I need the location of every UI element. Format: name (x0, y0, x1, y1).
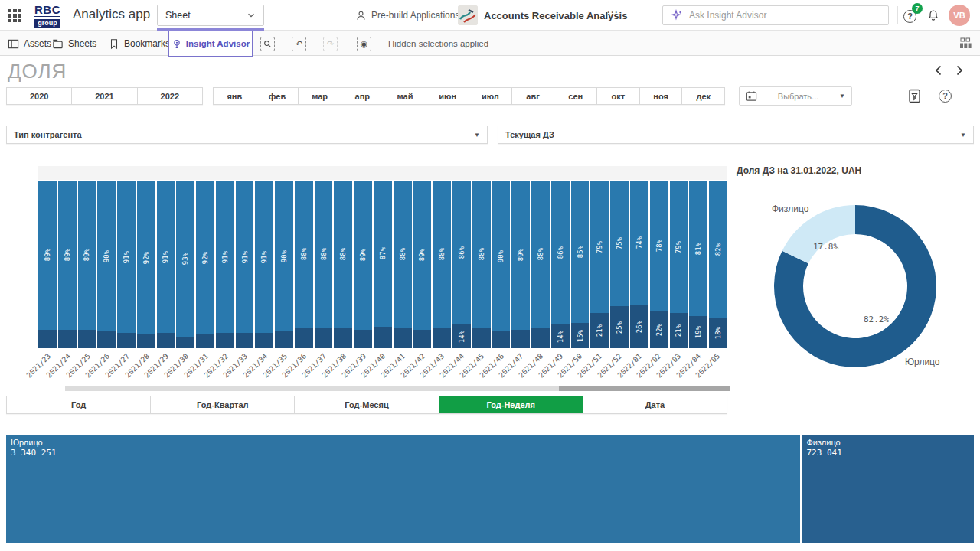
bar-2021/41[interactable]: 88% (394, 181, 412, 348)
bar-segment-jurlico[interactable]: 89% (413, 181, 432, 330)
bar-segment-jurlico[interactable]: 89% (511, 181, 530, 330)
bar-2021/28[interactable]: 92% (137, 181, 155, 348)
bar-segment-jurlico[interactable]: 89% (58, 181, 77, 330)
bar-segment-jurlico[interactable]: 88% (315, 181, 333, 328)
bar-segment-fizlico[interactable]: 19% (689, 316, 707, 348)
bar-segment-fizlico[interactable] (334, 328, 352, 348)
bar-2021/26[interactable]: 90% (97, 181, 116, 348)
bar-segment-fizlico[interactable] (531, 328, 550, 348)
bar-2021/32[interactable]: 91% (216, 181, 234, 348)
month-button-янв[interactable]: янв (214, 88, 256, 104)
bar-2021/45[interactable]: 88% (472, 181, 491, 348)
bar-segment-jurlico[interactable]: 75% (610, 181, 629, 306)
chart-scrollbar-track[interactable] (65, 386, 730, 391)
filter-counterparty-type[interactable]: Тип контрагента ▼ (6, 126, 488, 144)
sheet-view-selector[interactable]: Sheet (157, 5, 264, 26)
clear-selections-button[interactable]: ◉ (357, 37, 371, 51)
bar-2021/34[interactable]: 91% (255, 181, 273, 348)
bar-2021/46[interactable]: 90% (492, 181, 511, 348)
bar-segment-fizlico[interactable] (236, 333, 254, 348)
bar-segment-fizlico[interactable] (354, 330, 372, 348)
assets-button[interactable]: Assets (8, 31, 51, 56)
bar-segment-fizlico[interactable] (315, 328, 333, 348)
bell-icon[interactable] (927, 9, 939, 22)
bar-2021/23[interactable]: 89% (38, 181, 57, 348)
treemap-block-Физлицо[interactable]: Физлицо723 041 (802, 435, 974, 543)
bar-2021/37[interactable]: 88% (315, 181, 333, 348)
bar-segment-fizlico[interactable] (433, 328, 451, 348)
tab-Год-Месяц[interactable]: Год-Месяц (294, 396, 438, 413)
bar-segment-jurlico[interactable]: 91% (236, 181, 254, 333)
bar-2021/36[interactable]: 88% (295, 181, 313, 348)
app-thumbnail[interactable] (458, 5, 478, 25)
bar-segment-jurlico[interactable]: 90% (97, 181, 116, 331)
bar-segment-jurlico[interactable]: 90% (275, 181, 293, 331)
bar-segment-jurlico[interactable]: 88% (472, 181, 491, 328)
stacked-bar-chart[interactable]: 89%89%89%90%91%92%91%93%92%91%91%91%90%8… (38, 181, 727, 348)
bar-segment-jurlico[interactable]: 81% (689, 181, 707, 316)
bar-segment-jurlico[interactable]: 78% (650, 181, 668, 311)
bar-2022/01[interactable]: 74%26% (630, 181, 648, 348)
month-button-апр[interactable]: апр (341, 88, 384, 104)
bar-2021/39[interactable]: 89% (354, 181, 372, 348)
sheet-help-icon[interactable]: ? (939, 90, 952, 103)
bar-segment-jurlico[interactable]: 88% (433, 181, 451, 328)
bar-segment-fizlico[interactable] (413, 330, 432, 348)
app-launcher-icon[interactable] (8, 9, 21, 22)
search-input[interactable] (689, 10, 865, 21)
bar-segment-fizlico[interactable]: 25% (610, 306, 629, 348)
previous-sheet-button[interactable] (933, 64, 944, 77)
bar-segment-jurlico[interactable]: 74% (630, 181, 648, 305)
bar-2021/52[interactable]: 75%25% (610, 181, 629, 348)
year-button-2021[interactable]: 2021 (71, 88, 136, 104)
bar-segment-fizlico[interactable]: 14% (452, 324, 471, 348)
month-button-июн[interactable]: июн (426, 88, 469, 104)
bar-2021/44[interactable]: 86%14% (452, 181, 471, 348)
bar-segment-fizlico[interactable] (117, 333, 136, 348)
bar-2021/40[interactable]: 87% (374, 181, 392, 348)
bar-2021/42[interactable]: 89% (413, 181, 432, 348)
year-button-2022[interactable]: 2022 (137, 88, 202, 104)
bar-segment-jurlico[interactable]: 91% (216, 181, 234, 333)
bar-segment-jurlico[interactable]: 92% (196, 181, 214, 334)
date-picker[interactable]: Выбрать... ▼ (739, 86, 852, 106)
bar-segment-jurlico[interactable]: 88% (334, 181, 352, 328)
bar-segment-fizlico[interactable] (58, 330, 77, 348)
bar-segment-jurlico[interactable]: 79% (590, 181, 609, 313)
month-button-июл[interactable]: июл (469, 88, 511, 104)
bar-2022/04[interactable]: 81%19% (689, 181, 707, 348)
sheets-button[interactable]: Sheets (52, 31, 96, 56)
bar-segment-fizlico[interactable] (97, 331, 116, 348)
bar-segment-fizlico[interactable]: 22% (650, 311, 668, 348)
smart-search-button[interactable] (260, 37, 275, 51)
bar-2021/33[interactable]: 91% (236, 181, 254, 348)
bar-segment-fizlico[interactable] (157, 333, 175, 348)
bar-segment-jurlico[interactable]: 89% (354, 181, 372, 330)
chart-scrollbar-thumb[interactable] (559, 386, 730, 391)
bar-segment-jurlico[interactable]: 93% (176, 181, 194, 337)
bar-segment-fizlico[interactable] (176, 337, 194, 348)
bar-segment-jurlico[interactable]: 91% (117, 181, 136, 333)
bar-segment-jurlico[interactable]: 86% (452, 181, 471, 324)
bar-2021/43[interactable]: 88% (433, 181, 451, 348)
bar-segment-fizlico[interactable]: 18% (709, 318, 727, 348)
filter-current-receivables[interactable]: Текущая ДЗ ▼ (498, 126, 974, 144)
bar-2021/38[interactable]: 88% (334, 181, 352, 348)
insight-advisor-search[interactable] (662, 5, 889, 25)
bar-segment-fizlico[interactable] (374, 327, 392, 348)
bar-segment-jurlico[interactable]: 88% (394, 181, 412, 328)
bar-segment-jurlico[interactable]: 79% (670, 181, 688, 313)
bar-segment-jurlico[interactable]: 91% (255, 181, 273, 333)
bar-segment-fizlico[interactable] (196, 334, 214, 348)
bar-segment-jurlico[interactable]: 90% (492, 181, 511, 331)
bar-2021/47[interactable]: 89% (511, 181, 530, 348)
month-button-фев[interactable]: фев (256, 88, 299, 104)
bar-2021/51[interactable]: 79%21% (590, 181, 609, 348)
bar-segment-jurlico[interactable]: 86% (551, 181, 570, 324)
bookmarks-button[interactable]: Bookmarks (109, 31, 170, 56)
month-button-авг[interactable]: авг (511, 88, 554, 104)
month-button-сен[interactable]: сен (554, 88, 596, 104)
bar-2021/25[interactable]: 89% (78, 181, 96, 348)
bar-segment-fizlico[interactable] (275, 331, 293, 348)
bar-segment-jurlico[interactable]: 82% (709, 181, 727, 318)
